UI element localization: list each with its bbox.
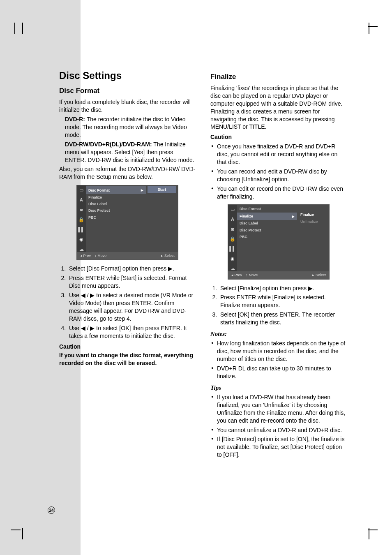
caution-bullet-1: Once you have finalized a DVD-R and DVD+… [210,143,347,166]
page-number: 24 [48,506,55,514]
notes-heading: Notes: [210,330,347,338]
caution-bullet-2: You can record and edit a DVD-RW disc by… [210,168,347,183]
osd2-row-disc-format: Disc Format [237,206,297,212]
caution-bullet-3: You can edit or record on the DVD+RW dis… [210,185,347,201]
monitor-icon: ▭ [78,187,84,193]
disc-icon: ◉ [230,256,235,261]
osd2-unfinalize-option: Unfinalize [299,218,327,225]
step-1: Select [Disc Format] option then press ▶… [67,265,196,273]
fstep-2: Press ENTER while [Finalize] is selected… [219,294,347,309]
step-3: Use ◀ / ▶ to select a desired mode (VR M… [67,291,196,323]
finalize-intro: Finalizing 'fixes' the recordings in pla… [210,84,347,131]
osd-row-disc-format: Disc Format▸ [86,186,146,194]
osd-finalize-screenshot: ▭ A ◙ 🔒 ▌▌ ◉ ☁ Disc Format Finalize▸ Dis… [228,204,330,279]
dvd-rw-label: DVD-RW/DVD+R(DL)/DVD-RAM: [65,141,152,148]
finalize-steps: Select [Finalize] option then press ▶. P… [219,284,347,326]
step-2: Press ENTER while [Start] is selected. F… [67,274,196,290]
osd2-row-disc-protect: Disc Protect [237,227,297,234]
osd-row-finalize: Finalize [86,194,146,201]
dvd-r-label: DVD-R: [65,116,85,123]
tips-list: If you load a DVD-RW that has already be… [210,393,347,459]
osd2-row-pbc: PBC [237,234,297,240]
also-text: Also, you can reformat the DVD-RW/DVD+RW… [59,165,196,181]
fstep-3: Select [OK] then press ENTER. The record… [219,311,347,326]
note-1: How long finalization takes depends on t… [210,340,347,363]
camera-icon: ◙ [230,226,235,232]
disc-icon: ◉ [78,236,84,242]
osd-row-disc-protect: Disc Protect [86,207,146,214]
fstep-1: Select [Finalize] option then press ▶. [219,284,347,292]
record-icon: ▌▌ [78,227,84,232]
osd-row-pbc: PBC [86,214,146,221]
record-icon: ▌▌ [230,246,235,252]
disc-format-steps: Select [Disc Format] option then press ▶… [67,265,196,340]
letter-a-icon: A [78,197,84,203]
dvd-rw-para: DVD-RW/DVD+R(DL)/DVD-RAM: The Initialize… [65,141,196,164]
cloud-icon: ☁ [78,246,84,252]
osd2-finalize-option: Finalize [299,211,327,218]
step-4: Use ◀ / ▶ to select [OK] then press ENTE… [67,324,196,340]
page-title: Disc Settings [59,69,196,82]
right-column: Finalize Finalizing 'fixes' the recordin… [210,69,347,462]
intro-text: If you load a completely blank disc, the… [59,98,196,114]
osd-foot-move: ↕ Move [95,254,106,258]
tips-heading: Tips [210,384,347,392]
monitor-icon: ▭ [230,206,235,212]
tip-1: If you load a DVD-RW that has already be… [210,393,347,425]
osd2-foot-prev: ◂ Prev. [231,273,243,277]
disc-format-heading: Disc Format [59,86,196,96]
note-2: DVD+R DL disc can take up to 30 minutes … [210,365,347,380]
osd2-foot-select: ▸ Select [312,273,326,278]
lock-icon: 🔒 [78,217,84,222]
osd2-row-finalize: Finalize▸ [237,213,297,220]
osd-foot-select: ▸ Select [161,253,175,258]
caution-heading-right: Caution [210,133,347,141]
osd-disc-format-screenshot: ▭ A ◙ 🔒 ▌▌ ◉ ☁ Disc Format▸ Finalize Dis… [76,185,178,260]
osd2-row-disc-label: Disc Label [237,220,297,227]
notes-list: How long finalization takes depends on t… [210,340,347,380]
dvd-r-para: DVD-R: The recorder initialize the disc … [65,116,196,139]
osd-foot-prev: ◂ Prev. [80,254,92,258]
camera-icon: ◙ [78,207,84,213]
tip-2: You cannot unfinalize a DVD-R and DVD+R … [210,426,347,434]
caution-heading-left: Caution [59,343,196,351]
osd2-foot-move: ↕ Move [246,273,258,277]
left-column: Disc Settings Disc Format If you load a … [59,69,196,462]
letter-a-icon: A [230,216,235,222]
lock-icon: 🔒 [230,236,235,242]
finalize-heading: Finalize [210,72,347,82]
osd-row-disc-label: Disc Label [86,201,146,207]
caution-text-left: If you want to change the disc format, e… [59,352,196,367]
tip-3: If [Disc Protect] option is set to [ON],… [210,435,347,459]
osd-start-button: Start [148,186,176,193]
finalize-caution-list: Once you have finalized a DVD-R and DVD+… [210,143,347,200]
cloud-icon: ☁ [230,266,235,271]
